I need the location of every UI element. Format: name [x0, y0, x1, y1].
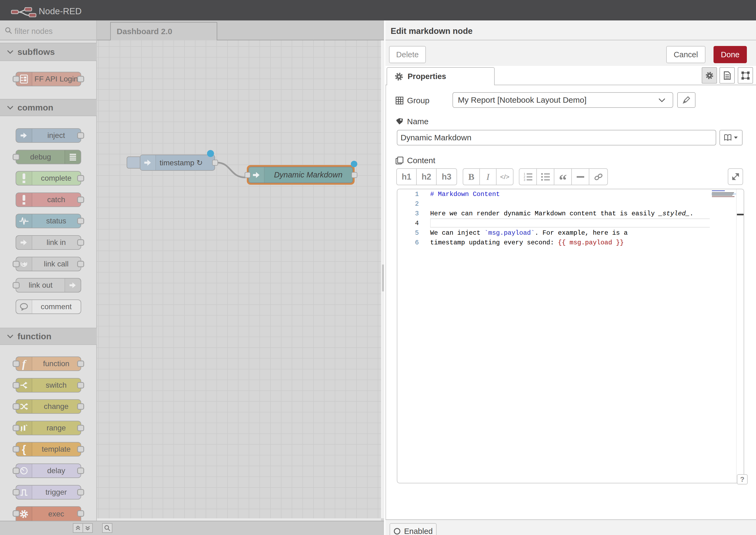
svg-text:3: 3 [524, 179, 525, 181]
svg-text:1: 1 [524, 173, 525, 176]
svg-text:2: 2 [524, 176, 525, 179]
